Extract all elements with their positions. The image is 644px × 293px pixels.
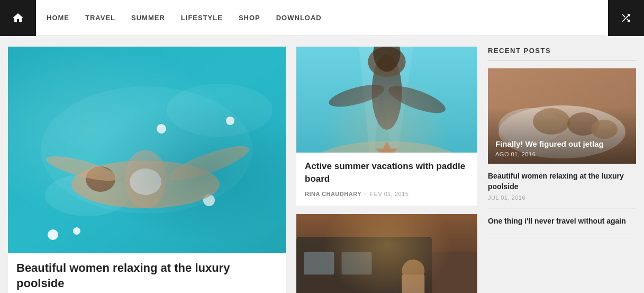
svg-point-41: [567, 112, 599, 136]
svg-point-13: [86, 166, 115, 192]
sidebar-post-1-date: JUL 01, 2016: [488, 194, 636, 201]
svg-point-7: [157, 124, 166, 134]
svg-point-15: [44, 151, 120, 185]
svg-point-10: [71, 161, 220, 208]
svg-rect-0: [8, 47, 286, 253]
card-image-underwater: [296, 47, 477, 153]
sidebar-main-overlay: Finally! We figured out jetlag AGO 01, 2…: [495, 139, 629, 158]
nav-item-lifestyle[interactable]: LIFESTYLE: [181, 14, 223, 22]
sidebar-main-title: Finally! We figured out jetlag: [495, 139, 629, 149]
svg-point-6: [73, 227, 80, 235]
card-travel[interactable]: [296, 214, 477, 293]
svg-point-42: [591, 120, 618, 139]
sidebar-main-post[interactable]: Finally! We figured out jetlag AGO 01, 2…: [488, 68, 636, 164]
svg-rect-30: [304, 252, 334, 274]
middle-column: Active summer vacations with paddle boar…: [296, 47, 477, 293]
card-meta-summer: RINA CHAUDHARY - FEV 01, 2015: [305, 191, 469, 197]
shuffle-button[interactable]: [608, 0, 644, 36]
svg-point-4: [167, 84, 273, 137]
sidebar: RECENT POSTS: [488, 47, 636, 293]
card-author: RINA CHAUDHARY: [305, 191, 361, 197]
shuffle-icon: [620, 12, 632, 24]
svg-marker-19: [372, 47, 418, 153]
svg-point-24: [327, 81, 387, 111]
svg-point-22: [368, 47, 405, 77]
svg-rect-32: [402, 274, 425, 293]
svg-point-5: [48, 229, 58, 240]
svg-rect-16: [296, 47, 477, 153]
featured-title: Beautiful women relaxing at the luxury p…: [16, 261, 277, 291]
svg-point-33: [402, 259, 425, 282]
nav-item-shop[interactable]: SHOP: [239, 14, 260, 22]
card-title-summer: Active summer vacations with paddle boar…: [305, 160, 469, 185]
card-image-train: [296, 214, 477, 293]
train-svg: [296, 214, 477, 293]
svg-point-21: [372, 55, 402, 130]
svg-point-8: [226, 117, 234, 125]
svg-rect-1: [8, 47, 286, 253]
main-nav: HOME TRAVEL SUMMER LIFESTYLE SHOP DOWNLO…: [36, 14, 608, 22]
sidebar-section-title: RECENT POSTS: [488, 47, 636, 61]
featured-caption: Beautiful women relaxing at the luxury p…: [8, 253, 286, 293]
header: HOME TRAVEL SUMMER LIFESTYLE SHOP DOWNLO…: [0, 0, 644, 36]
svg-point-2: [41, 86, 252, 214]
svg-point-20: [312, 141, 462, 153]
svg-marker-18: [357, 47, 387, 153]
svg-point-14: [166, 140, 252, 187]
svg-rect-28: [296, 214, 477, 252]
home-icon-button[interactable]: [0, 0, 36, 36]
card-body-summer: Active summer vacations with paddle boar…: [296, 153, 477, 206]
svg-point-3: [45, 174, 130, 216]
svg-point-40: [533, 108, 570, 135]
main-container: Beautiful women relaxing at the luxury p…: [0, 36, 644, 293]
featured-image-svg: [8, 47, 286, 253]
svg-rect-31: [342, 252, 372, 274]
sidebar-post-1-title: Beautiful women relaxing at the luxury p…: [488, 171, 636, 192]
featured-post[interactable]: Beautiful women relaxing at the luxury p…: [8, 47, 286, 293]
nav-item-home[interactable]: HOME: [47, 14, 69, 22]
nav-item-travel[interactable]: TRAVEL: [85, 14, 115, 22]
card-date: FEV 01, 2015: [370, 191, 409, 197]
sidebar-main-date: AGO 01, 2016: [495, 151, 629, 157]
svg-point-9: [203, 194, 215, 206]
svg-rect-27: [296, 214, 477, 293]
svg-marker-25: [376, 141, 398, 153]
sidebar-post-2[interactable]: One thing i'll never travel without agai…: [488, 209, 636, 237]
svg-rect-17: [296, 47, 477, 153]
svg-point-11: [124, 150, 167, 208]
svg-rect-29: [296, 237, 432, 293]
card-separator: -: [365, 191, 367, 197]
svg-point-12: [130, 168, 161, 195]
svg-point-26: [373, 47, 400, 72]
home-icon: [12, 12, 24, 24]
sidebar-post-2-title: One thing i'll never travel without agai…: [488, 216, 636, 227]
nav-item-summer[interactable]: SUMMER: [131, 14, 165, 22]
sidebar-post-1[interactable]: Beautiful women relaxing at the luxury p…: [488, 164, 636, 209]
svg-point-23: [386, 81, 449, 118]
underwater-svg: [296, 47, 477, 153]
featured-image: [8, 47, 286, 253]
card-summer[interactable]: Active summer vacations with paddle boar…: [296, 47, 477, 206]
nav-item-download[interactable]: DOWNLOAD: [276, 14, 322, 22]
